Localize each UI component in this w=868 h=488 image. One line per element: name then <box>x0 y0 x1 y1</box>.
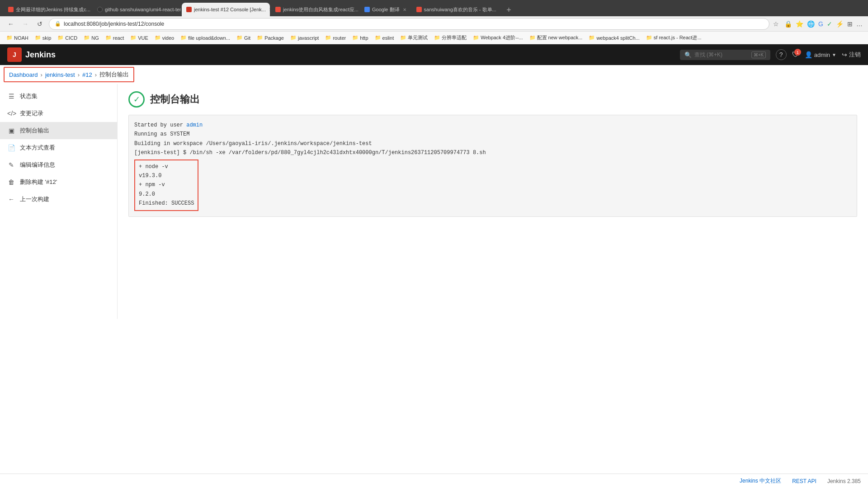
help-icon[interactable]: ? <box>776 49 787 60</box>
bookmark-javascript[interactable]: 📁javascript <box>288 34 321 42</box>
bookmark-git[interactable]: 📁Git <box>234 34 253 42</box>
extension-icon-8[interactable]: … <box>856 20 863 28</box>
user-menu[interactable]: 👤 admin ▼ <box>805 51 836 58</box>
back-button[interactable]: ← <box>5 19 16 29</box>
bookmark-router[interactable]: 📁router <box>322 34 349 42</box>
extension-icon-3[interactable]: 🌐 <box>807 20 815 28</box>
terminal-icon: ▣ <box>7 127 15 134</box>
sidebar-item-view-text[interactable]: 📄 文本方式查看 <box>0 139 117 156</box>
console-line-npm-version: 9.2.0 <box>139 191 155 197</box>
tab-github[interactable]: github sanshuiwang/umi4-react-temp... ✕ <box>93 3 181 16</box>
browser-tabs-bar: 全网最详细的Jenkins 持续集成c... ✕ github sanshuiw… <box>0 0 868 16</box>
admin-user-link[interactable]: admin <box>186 122 203 128</box>
folder-icon: 📁 <box>325 35 331 41</box>
tab-jenkins-react[interactable]: jenkins使用自由风格集成react应... ✕ <box>271 3 359 16</box>
folder-icon: 📁 <box>130 35 137 41</box>
breadcrumb-sep-3: › <box>95 71 97 78</box>
breadcrumb-build-12[interactable]: #12 <box>82 71 92 78</box>
bookmark-webpack4[interactable]: 📁Webpack 4进阶--... <box>470 33 525 42</box>
header-search-box[interactable]: 🔍 ⌘+K <box>680 50 770 60</box>
folder-icon: 📁 <box>57 35 64 41</box>
extension-icon-2[interactable]: ⭐ <box>796 20 803 28</box>
page-title: 控制台输出 <box>150 93 200 106</box>
tab-close-icon[interactable]: ✕ <box>500 7 500 12</box>
bookmarks-bar: 📁NOAH 📁skip 📁CICD 📁NG 📁react 📁VUE 📁video… <box>0 32 868 44</box>
folder-icon: 📁 <box>589 35 595 41</box>
console-line-npm: + npm -v <box>139 182 165 188</box>
tab-jenkins-cicd[interactable]: 全网最详细的Jenkins 持续集成c... ✕ <box>4 3 92 16</box>
tab-music[interactable]: sanshuiwang喜欢的音乐 - 歌单... ✕ <box>412 3 500 16</box>
bookmark-skip[interactable]: 📁skip <box>32 34 54 42</box>
folder-icon: 📁 <box>236 35 243 41</box>
new-tab-button[interactable]: + <box>503 4 515 16</box>
signout-button[interactable]: ↪ 注销 <box>842 51 861 59</box>
sidebar-item-label: 控制台输出 <box>20 127 49 135</box>
user-icon: 👤 <box>805 51 812 58</box>
bookmark-unit-test[interactable]: 📁单元测试 <box>397 33 430 42</box>
bookmark-package[interactable]: 📁Package <box>254 34 287 42</box>
sidebar-item-prev-build[interactable]: ← 上一次构建 <box>0 191 117 208</box>
breadcrumb-dashboard[interactable]: Dashboard <box>9 71 38 78</box>
folder-icon: 📁 <box>290 35 297 41</box>
tab-jenkins-console-active[interactable]: jenkins-test #12 Console [Jenk... ✕ <box>182 3 270 16</box>
extension-icon-6[interactable]: ⚡ <box>836 20 844 28</box>
sidebar-item-status[interactable]: ☰ 状态集 <box>0 88 117 105</box>
extension-icon-4[interactable]: G <box>818 20 823 28</box>
notification-badge: 1 <box>794 49 801 56</box>
sidebar-item-label: 变更记录 <box>20 109 43 117</box>
search-icon: 🔍 <box>684 52 692 58</box>
sidebar: ☰ 状态集 </> 变更记录 ▣ 控制台输出 📄 文本方式查看 ✎ 编辑编译信息… <box>0 84 118 319</box>
folder-icon: 📁 <box>529 35 536 41</box>
bookmark-eslint[interactable]: 📁eslint <box>372 34 397 42</box>
console-line-running: Running as SYSTEM <box>134 131 189 137</box>
jenkins-header: J Jenkins 🔍 ⌘+K ? 🛡 1 👤 admin ▼ ↪ 注销 <box>0 44 868 65</box>
bookmark-cicd[interactable]: 📁CICD <box>55 34 80 42</box>
search-input[interactable] <box>694 52 749 58</box>
bookmark-webpack4-split[interactable]: 📁webpack4 splitCh... <box>586 34 642 42</box>
extension-icon-5[interactable]: ✓ <box>827 20 832 28</box>
folder-icon: 📁 <box>400 35 406 41</box>
breadcrumb: Dashboard › jenkins-test › #12 › 控制台输出 <box>4 67 134 82</box>
arrow-left-icon: ← <box>7 196 15 203</box>
reload-button[interactable]: ↺ <box>34 19 45 29</box>
jenkins-logo-icon: J <box>7 47 22 62</box>
forward-button[interactable]: → <box>20 19 31 29</box>
sidebar-item-edit-compile[interactable]: ✎ 编辑编译信息 <box>0 156 117 174</box>
bookmark-reactjs[interactable]: 📁sf react.js - React进... <box>643 33 704 42</box>
jenkins-logo[interactable]: J Jenkins <box>7 47 56 62</box>
folder-icon: 📁 <box>35 35 41 41</box>
bookmark-video[interactable]: 📁video <box>152 34 177 42</box>
bookmark-noah[interactable]: 📁NOAH <box>4 34 31 42</box>
folder-icon: 📁 <box>646 35 652 41</box>
bookmark-react[interactable]: 📁react <box>103 34 127 42</box>
page-title-row: ✓ 控制台输出 <box>128 91 857 108</box>
bookmark-vue[interactable]: 📁VUE <box>127 34 151 42</box>
sidebar-item-label: 编辑编译信息 <box>20 161 55 169</box>
folder-icon: 📁 <box>105 35 112 41</box>
tab-close-icon[interactable]: ✕ <box>269 7 270 12</box>
address-input-container[interactable]: 🔒 localhost:8080/job/jenkins-test/12/con… <box>49 18 769 30</box>
console-line-script: [jenkins-test] $ /bin/sh -xe /var/folder… <box>134 150 486 156</box>
bookmark-ng[interactable]: 📁NG <box>81 34 102 42</box>
breadcrumb-jenkins-test[interactable]: jenkins-test <box>45 71 75 78</box>
extension-icon-7[interactable]: ⊞ <box>847 20 853 28</box>
sidebar-item-delete[interactable]: 🗑 删除构建 '#12' <box>0 174 117 191</box>
sidebar-item-console[interactable]: ▣ 控制台输出 <box>0 122 117 139</box>
tab-close-icon[interactable]: ✕ <box>403 7 406 12</box>
console-line-started: Started by user <box>134 122 186 128</box>
chevron-down-icon: ▼ <box>832 52 836 57</box>
tab-google-translate[interactable]: Google 翻译 ✕ <box>360 3 411 16</box>
bookmark-file-upload[interactable]: 📁file upload&down... <box>178 34 233 42</box>
bookmark-star-icon[interactable]: ☆ <box>773 20 779 28</box>
console-output-area: Started by user admin Running as SYSTEM … <box>128 115 857 217</box>
bookmark-http[interactable]: 📁http <box>349 34 371 42</box>
bookmark-responsive[interactable]: 📁分辨率适配 <box>431 33 469 42</box>
folder-icon: 📁 <box>473 35 479 41</box>
notification-area[interactable]: 🛡 1 <box>792 51 799 59</box>
list-icon: ☰ <box>7 93 15 100</box>
bookmark-new-webpack[interactable]: 📁配置 new webpack... <box>527 33 585 42</box>
sidebar-item-label: 状态集 <box>20 92 38 100</box>
extension-icon-1[interactable]: 🔒 <box>784 20 792 28</box>
folder-icon: 📁 <box>155 35 161 41</box>
sidebar-item-changes[interactable]: </> 变更记录 <box>0 105 117 122</box>
